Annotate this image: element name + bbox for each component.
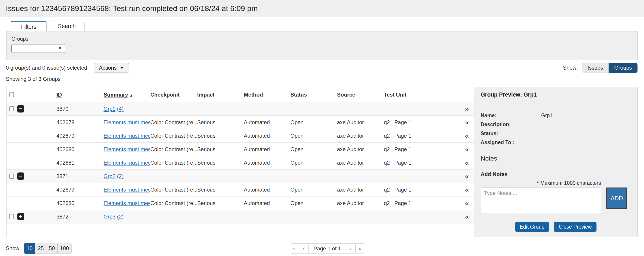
page-size-selector: Show: 10 25 50 100: [6, 243, 72, 254]
show-groups-button[interactable]: Groups: [608, 63, 638, 73]
group-name-link[interactable]: Grp1: [104, 106, 116, 112]
open-preview-chevron-icon[interactable]: «: [458, 213, 474, 220]
row-checkbox[interactable]: [10, 174, 14, 179]
expand-group-icon[interactable]: +: [17, 213, 24, 220]
cell-impact: Serious: [197, 146, 244, 153]
row-checkbox[interactable]: [10, 214, 14, 219]
group-name-link[interactable]: Grp2: [104, 173, 116, 179]
show-toggle: Show: Issues Groups: [563, 63, 638, 73]
first-page-button[interactable]: «: [290, 243, 299, 253]
column-header-source: Source: [337, 92, 384, 98]
cell-method: Automated: [244, 146, 290, 153]
cell-method: Automated: [244, 119, 290, 125]
show-issues-button[interactable]: Issues: [582, 63, 608, 73]
previous-page-button[interactable]: ‹: [299, 243, 308, 253]
cell-id: 3870: [56, 106, 104, 112]
group-row: − 3870 Grp1 (4) »: [6, 102, 474, 116]
cell-source: axe Auditor: [337, 133, 384, 139]
cell-source: axe Auditor: [337, 187, 384, 193]
column-header-method: Method: [244, 92, 290, 98]
column-header-id[interactable]: ID: [56, 92, 62, 98]
groups-filter-select[interactable]: ▼: [12, 44, 65, 53]
cell-id: 402681: [56, 160, 104, 166]
page-status: Page 1 of 1: [308, 243, 346, 253]
main-container: ID Summary▲ Checkpoint Impact Method Sta…: [6, 87, 638, 237]
collapse-group-icon[interactable]: −: [17, 105, 24, 112]
cell-source: axe Auditor: [337, 160, 384, 166]
row-checkbox[interactable]: [10, 106, 14, 111]
tab-filters[interactable]: Filters: [11, 21, 46, 32]
cell-status: Open: [290, 146, 337, 153]
open-preview-chevron-icon[interactable]: «: [458, 173, 474, 180]
cell-checkpoint: Color Contrast (re...: [150, 133, 197, 139]
add-note-button[interactable]: ADD: [606, 188, 627, 209]
open-preview-chevron-icon[interactable]: «: [458, 199, 474, 207]
page-size-10-button[interactable]: 10: [24, 243, 36, 254]
description-label: Description:: [481, 121, 541, 127]
issue-summary-link[interactable]: Elements must meet r: [104, 200, 150, 206]
cell-impact: Serious: [197, 200, 244, 206]
open-preview-chevron-icon[interactable]: «: [458, 146, 474, 153]
cell-checkpoint: Color Contrast (re...: [150, 119, 197, 125]
issue-summary-link[interactable]: Elements must meet r: [104, 119, 150, 125]
actions-button[interactable]: Actions ▼: [94, 63, 129, 73]
group-preview-title: Group Preview: Grp1: [474, 87, 638, 102]
issue-row: 402681 Elements must meet r Color Contra…: [6, 156, 474, 170]
group-name-link[interactable]: Grp3: [104, 214, 116, 220]
notes-input[interactable]: [481, 188, 601, 214]
open-preview-chevron-icon[interactable]: «: [458, 159, 474, 167]
groups-filter-label: Groups: [12, 36, 638, 42]
select-all-checkbox[interactable]: [10, 92, 14, 97]
page-header: Issues for 1234567891234568: Test run co…: [0, 0, 644, 17]
issue-row: 402679 Elements must meet r Color Contra…: [6, 129, 474, 143]
issue-summary-link[interactable]: Elements must meet r: [104, 146, 150, 152]
cell-id: 3872: [56, 214, 104, 220]
issue-summary-link[interactable]: Elements must meet r: [104, 133, 150, 139]
pager: « ‹ Page 1 of 1 › »: [290, 243, 365, 253]
group-preview-panel: Group Preview: Grp1 Name: Grp1 Descripti…: [474, 87, 638, 237]
issue-summary-link[interactable]: Elements must meet r: [104, 160, 150, 166]
page-size-50-button[interactable]: 50: [46, 243, 58, 254]
column-header-summary[interactable]: Summary: [104, 92, 128, 98]
page-size-label: Show:: [6, 245, 21, 251]
tab-search[interactable]: Search: [49, 21, 85, 31]
open-preview-chevron-icon[interactable]: «: [458, 132, 474, 140]
next-page-button[interactable]: ›: [346, 243, 356, 253]
status-label: Status:: [481, 131, 541, 137]
cell-status: Open: [290, 160, 337, 166]
group-count-link[interactable]: (2): [117, 214, 124, 220]
cell-test-unit: q2 : Page 1: [384, 119, 458, 125]
show-toggle-label: Show:: [563, 65, 578, 71]
cell-id: 402678: [56, 119, 104, 125]
collapse-group-icon[interactable]: −: [17, 173, 24, 180]
last-page-button[interactable]: »: [356, 243, 365, 253]
selection-bar: 0 group(s) and 0 issue(s) selected Actio…: [0, 63, 644, 73]
cell-status: Open: [290, 133, 337, 139]
cell-id: 402679: [56, 133, 104, 139]
group-row: + 3872 Grp3 (2) «: [6, 210, 474, 223]
cell-id: 402679: [56, 187, 104, 193]
cell-method: Automated: [244, 187, 290, 193]
cell-source: axe Auditor: [337, 146, 384, 153]
cell-id: 402680: [56, 200, 104, 206]
selection-summary: 0 group(s) and 0 issue(s) selected: [6, 65, 87, 71]
open-preview-chevron-icon[interactable]: «: [458, 186, 474, 194]
page-size-100-button[interactable]: 100: [58, 243, 72, 254]
edit-group-button[interactable]: Edit Group: [515, 222, 550, 232]
group-count-link[interactable]: (2): [117, 173, 124, 179]
add-notes-label: Add Notes: [481, 171, 631, 177]
assigned-to-value: [541, 140, 631, 146]
group-count-link[interactable]: (4): [117, 106, 124, 112]
page-size-25-button[interactable]: 25: [35, 243, 46, 254]
chevron-down-icon: ▼: [120, 65, 124, 70]
issue-summary-link[interactable]: Elements must meet r: [104, 187, 150, 193]
close-preview-chevron-icon[interactable]: »: [458, 105, 474, 113]
open-preview-chevron-icon[interactable]: «: [458, 118, 474, 126]
cell-id: 402680: [56, 146, 104, 153]
close-preview-button[interactable]: Close Preview: [554, 222, 596, 232]
cell-impact: Serious: [197, 119, 244, 125]
cell-checkpoint: Color Contrast (re...: [150, 200, 197, 206]
cell-test-unit: q2 : Page 1: [384, 160, 458, 166]
table-header-row: ID Summary▲ Checkpoint Impact Method Sta…: [6, 87, 474, 102]
cell-source: axe Auditor: [337, 200, 384, 206]
